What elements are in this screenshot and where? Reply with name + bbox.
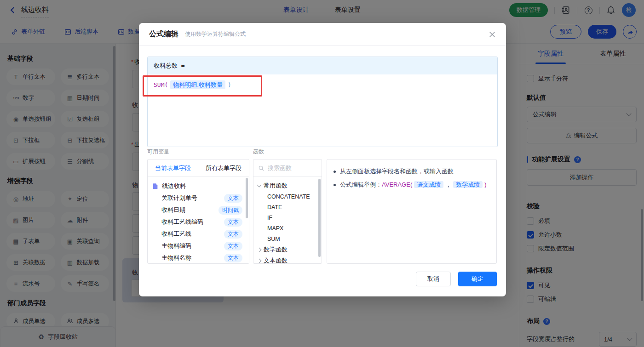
hint-line-2: 公式编辑举例：AVERAGE(语文成绩，数学成绩): [340, 180, 487, 189]
functions-scrollbar[interactable]: [318, 179, 321, 257]
tab-all-form-fields[interactable]: 所有表单字段: [206, 164, 242, 172]
variables-panel: 当前表单字段 所有表单字段 线边收料 关联计划单号文本 收料日期时间戳 收料工艺…: [147, 159, 249, 264]
function-item-if[interactable]: IF: [253, 212, 322, 223]
formula-function: SUM(: [154, 81, 168, 88]
close-icon[interactable]: [489, 31, 496, 38]
document-icon: [152, 183, 159, 189]
type-badge: 时间戳: [218, 206, 242, 215]
functions-label: 函数: [253, 148, 264, 156]
function-item-mapx[interactable]: MAPX: [253, 223, 322, 233]
cancel-button[interactable]: 取消: [416, 272, 451, 286]
variable-field-row[interactable]: 收料日期时间戳: [148, 204, 249, 216]
type-badge: 文本: [224, 194, 242, 203]
dialog-subtitle: 使用数学运算符编辑公式: [185, 30, 246, 38]
type-badge: 文本: [224, 218, 242, 227]
app-window: 线边收料 表单设计 表单设置 数据管理 检 表单外链: [0, 0, 644, 347]
formula-close-paren: ): [228, 81, 231, 88]
chevron-down-icon: [257, 183, 262, 188]
example-token: 数学成绩: [453, 181, 483, 188]
example-token: 语文成绩: [414, 181, 443, 188]
hint-line-1: 从左侧面板选择字段名和函数，或输入函数: [340, 167, 454, 176]
formula-edit-dialog: 公式编辑 使用数学运算符编辑公式 收料总数 = SUM(物料明细.收料数量) 可…: [139, 23, 506, 296]
formula-field-token[interactable]: 物料明细.收料数量: [170, 80, 225, 89]
function-group-math[interactable]: 数学函数: [253, 244, 322, 255]
variable-field-row[interactable]: 关联计划单号文本: [148, 192, 249, 204]
function-group-common[interactable]: 常用函数: [253, 180, 322, 191]
variable-field-row[interactable]: 主物料编码文本: [148, 240, 249, 252]
example-function: AVERAGE(: [382, 181, 412, 188]
formula-editor: 收料总数 = SUM(物料明细.收料数量): [147, 57, 498, 147]
function-item-concatenate[interactable]: CONCATENATE: [253, 191, 322, 202]
chevron-right-icon: [257, 258, 262, 263]
variables-label: 可用变量: [147, 148, 169, 156]
search-icon: [258, 165, 264, 171]
function-item-date[interactable]: DATE: [253, 202, 322, 212]
variable-field-row[interactable]: 收料工艺线文本: [148, 228, 249, 240]
chevron-right-icon: [257, 247, 262, 252]
variable-field-row[interactable]: 主物料名称文本: [148, 252, 249, 264]
hint-panel: 从左侧面板选择字段名和函数，或输入函数 公式编辑举例：AVERAGE(语文成绩，…: [327, 159, 497, 264]
variables-root-node[interactable]: 线边收料: [148, 180, 249, 192]
variables-scrollbar[interactable]: [246, 178, 248, 218]
variable-field-row[interactable]: 收料工艺线编码文本: [148, 216, 249, 228]
type-badge: 文本: [224, 254, 242, 262]
type-badge: 文本: [224, 230, 242, 239]
function-item-sum[interactable]: SUM: [253, 233, 322, 244]
function-group-text[interactable]: 文本函数: [253, 255, 322, 264]
confirm-button[interactable]: 确定: [458, 272, 497, 286]
function-search-input[interactable]: [268, 165, 314, 171]
bullet-icon: [334, 184, 336, 186]
bullet-icon: [334, 171, 336, 173]
tab-current-form-fields[interactable]: 当前表单字段: [155, 164, 191, 172]
functions-panel: 常用函数 CONCATENATE DATE IF MAPX SUM 数学函数 文…: [253, 159, 322, 264]
formula-target: 收料总数 =: [148, 57, 497, 74]
type-badge: 文本: [224, 242, 242, 250]
dialog-title: 公式编辑: [149, 29, 178, 39]
formula-input-area[interactable]: SUM(物料明细.收料数量): [148, 74, 497, 96]
